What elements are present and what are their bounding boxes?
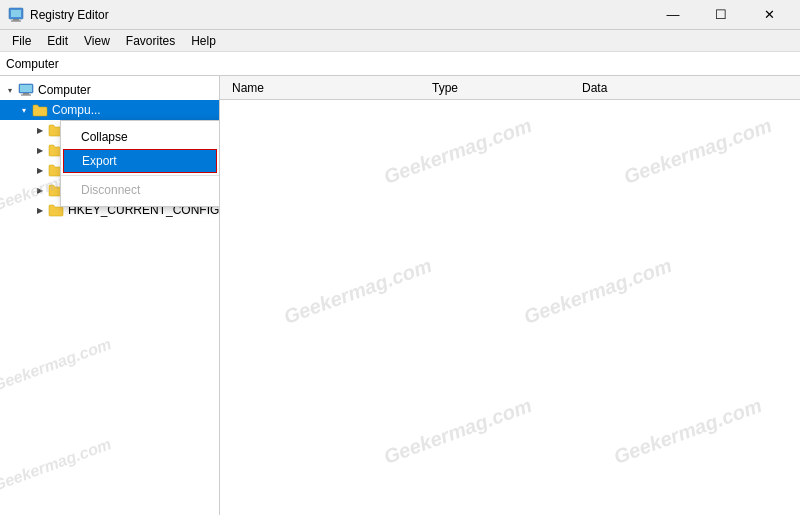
- close-button[interactable]: ✕: [746, 0, 792, 30]
- svg-rect-2: [13, 19, 19, 21]
- ctx-export[interactable]: Export: [63, 149, 217, 173]
- minimize-button[interactable]: —: [650, 0, 696, 30]
- chevron-down-icon2: ▾: [16, 102, 32, 118]
- svg-rect-3: [11, 20, 21, 21]
- chevron-right-icon5: ▶: [32, 202, 48, 218]
- col-header-name: Name: [224, 81, 424, 95]
- title-bar-left: Registry Editor: [8, 7, 109, 23]
- col-header-data: Data: [574, 81, 796, 95]
- registry-icon: [8, 7, 24, 23]
- menu-view[interactable]: View: [76, 32, 118, 50]
- left-pane: ▾ Computer ▾ Compu... Col: [0, 76, 220, 515]
- menu-bar: File Edit View Favorites Help: [0, 30, 800, 52]
- ctx-collapse[interactable]: Collapse: [61, 125, 219, 149]
- column-headers: Name Type Data: [220, 76, 800, 100]
- right-pane-content: Geekermag.com Geekermag.com Geekermag.co…: [220, 100, 800, 515]
- title-controls: — ☐ ✕: [650, 0, 792, 30]
- address-bar: Computer: [0, 52, 800, 76]
- chevron-right-icon3: ▶: [32, 162, 48, 178]
- chevron-right-icon1: ▶: [32, 122, 48, 138]
- maximize-button[interactable]: ☐: [698, 0, 744, 30]
- folder-icon-computer: [32, 102, 48, 118]
- col-header-type: Type: [424, 81, 574, 95]
- chevron-right-icon2: ▶: [32, 142, 48, 158]
- tree-item-computer-label: Computer: [38, 83, 91, 97]
- watermark-2: Geekermag.com: [621, 114, 775, 189]
- svg-rect-1: [11, 10, 21, 17]
- chevron-down-icon: ▾: [2, 82, 18, 98]
- ctx-disconnect: Disconnect: [61, 178, 219, 202]
- watermark-1: Geekermag.com: [381, 114, 535, 189]
- watermark-5: Geekermag.com: [381, 394, 535, 469]
- tree-item-computer[interactable]: ▾ Computer: [0, 80, 219, 100]
- chevron-right-icon4: ▶: [32, 182, 48, 198]
- menu-favorites[interactable]: Favorites: [118, 32, 183, 50]
- svg-rect-6: [23, 93, 29, 95]
- svg-rect-7: [21, 95, 31, 96]
- ctx-separator: [61, 175, 219, 176]
- tree-item-mycomputer-label: Compu...: [52, 103, 101, 117]
- main-area: ▾ Computer ▾ Compu... Col: [0, 76, 800, 515]
- right-pane: Name Type Data Geekermag.com Geekermag.c…: [220, 76, 800, 515]
- menu-help[interactable]: Help: [183, 32, 224, 50]
- menu-file[interactable]: File: [4, 32, 39, 50]
- context-menu: Collapse Export Disconnect: [60, 120, 220, 207]
- menu-edit[interactable]: Edit: [39, 32, 76, 50]
- address-label: Computer: [6, 57, 59, 71]
- svg-rect-5: [20, 85, 32, 92]
- watermark-4: Geekermag.com: [521, 254, 675, 329]
- tree-item-mycomputer[interactable]: ▾ Compu... Collapse Export Disconnect: [0, 100, 219, 120]
- registry-tree: ▾ Computer ▾ Compu... Col: [0, 76, 219, 224]
- title-text: Registry Editor: [30, 8, 109, 22]
- watermark-6: Geekermag.com: [611, 394, 765, 469]
- watermark-3: Geekermag.com: [281, 254, 435, 329]
- title-bar: Registry Editor — ☐ ✕: [0, 0, 800, 30]
- computer-icon: [18, 82, 34, 98]
